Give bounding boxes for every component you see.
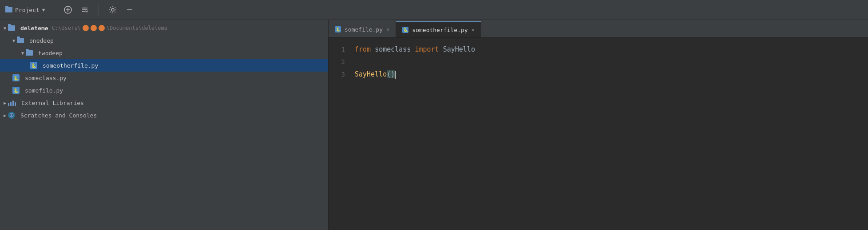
tree-item-extlibs[interactable]: ▶ External Libraries [0,97,328,109]
arrow-scratches: ▶ [4,113,6,118]
line-num-2: 2 [329,56,345,68]
folder-icon [5,7,12,12]
line-num-3: 3 [329,68,345,81]
code-line-3: SayHello() [355,68,868,81]
tab-somefile-close[interactable]: ✕ [386,27,389,32]
py-icon-someotherfile: 🐍 [30,62,40,69]
root-path-prefix: C:\Users\ [52,25,81,31]
someclass-label: someclass.py [25,75,67,81]
tree-item-twodeep[interactable]: ▼ twodeep [0,47,328,59]
line-num-1: 1 [329,43,345,56]
tree-item-someotherfile[interactable]: 🐍 someotherfile.py [0,59,328,72]
minimize-icon[interactable] [125,5,135,15]
code-line-1: from someclass import SayHello [355,43,868,56]
root-path-suffix: \Documents\deleteme [107,25,167,31]
tree-item-root[interactable]: ▼ deleteme C:\Users\ \Documents\deleteme [0,22,328,34]
settings-icon[interactable] [108,5,118,15]
separator-2 [99,4,99,15]
code-editor[interactable]: 1 2 3 from someclass import SayHello Say… [329,38,868,230]
arrow-onedeep: ▼ [12,38,15,43]
root-folder-name: deleteme [20,25,48,32]
project-sidebar: ▼ deleteme C:\Users\ \Documents\deleteme… [0,20,329,230]
func-sayhello: SayHello [355,70,387,78]
someotherfile-label: someotherfile.py [43,62,98,69]
tree-item-onedeep[interactable]: ▼ onedeep [0,34,328,47]
line-numbers: 1 2 3 [329,43,353,225]
tab-somefile[interactable]: 🐍 somefile.py ✕ [329,21,396,37]
tree-item-scratches[interactable]: ▶ Scratches and Consoles [0,109,328,121]
project-label-text: Project [15,7,40,13]
svg-point-10 [11,116,12,117]
keyword-import: import [415,45,439,53]
code-content[interactable]: from someclass import SayHello SayHello(… [353,43,868,225]
paren-open: ( [387,70,391,78]
top-bar: Project ▼ [0,0,868,20]
separator-1 [54,4,54,15]
svg-point-6 [111,8,114,11]
scratches-icon [8,112,18,119]
collapse-all-icon[interactable] [80,5,90,15]
somefile-label: somefile.py [25,87,63,94]
folder-icon-onedeep [17,38,27,43]
project-selector[interactable]: Project ▼ [5,7,45,13]
arrow-root: ▼ [4,26,6,31]
text-cursor [395,71,396,79]
py-icon-someclass: 🐍 [12,74,22,81]
tab-someotherfile-close[interactable]: ✕ [472,27,475,32]
editor-area: 🐍 somefile.py ✕ 🐍 someotherfile.py ✕ 1 2… [329,20,868,230]
py-icon-somefile: 🐍 [12,87,22,94]
paren-close: ) [391,70,395,78]
scratches-label: Scratches and Consoles [20,112,97,119]
arrow-extlibs: ▶ [4,101,6,105]
tab-someotherfile[interactable]: 🐍 someotherfile.py ✕ [396,21,481,37]
folder-icon-root [8,25,18,31]
folder-icon-twodeep [26,50,36,56]
tab-somefile-label: somefile.py [345,26,383,33]
tab-someotherfile-label: someotherfile.py [412,27,468,33]
extlibs-label: External Libraries [21,100,84,106]
tree-item-somefile[interactable]: 🐍 somefile.py [0,84,328,97]
keyword-from: from [355,45,371,53]
tree-item-someclass[interactable]: 🐍 someclass.py [0,72,328,84]
dropdown-arrow: ▼ [42,7,45,13]
tab-bar: 🐍 somefile.py ✕ 🐍 someotherfile.py ✕ [329,20,868,38]
twodeep-label: twodeep [38,50,63,56]
code-line-2 [355,56,868,68]
main-content: ▼ deleteme C:\Users\ \Documents\deleteme… [0,20,868,230]
add-content-icon[interactable] [63,5,73,15]
onedeep-label: onedeep [29,37,54,44]
redacted-dots [83,25,105,31]
extlibs-icon [8,100,19,106]
arrow-twodeep: ▼ [21,51,24,56]
